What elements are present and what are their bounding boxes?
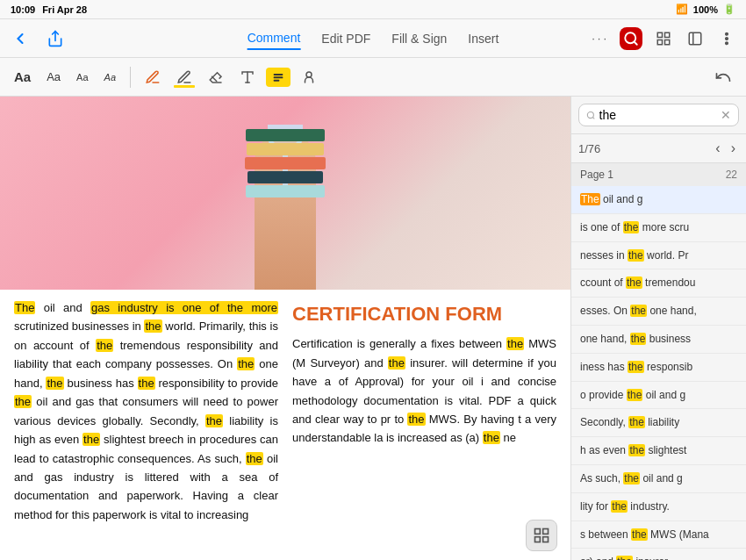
three-dots-top: ··· <box>592 32 609 45</box>
search-page-header: Page 1 22 <box>571 163 746 186</box>
result-item-11[interactable]: lity for the industry. <box>571 493 746 521</box>
result-item-7[interactable]: o provide the oil and g <box>571 382 746 410</box>
result-highlight-4: the <box>630 305 647 317</box>
search-page-label: Page 1 <box>580 169 613 181</box>
eraser-tool-btn[interactable] <box>203 66 229 89</box>
result-item-4[interactable]: esses. On the one hand, <box>571 298 746 326</box>
doc-col-right: CERTIFICATION FORM Certification is gene… <box>292 298 556 551</box>
search-clear-btn[interactable]: ✕ <box>721 108 731 122</box>
result-highlight-8: the <box>628 416 645 428</box>
tab-edit-pdf[interactable]: Edit PDF <box>321 28 370 49</box>
result-highlight-0: The <box>580 193 600 205</box>
search-panel: ✕ 1/76 ‹ › Page 1 22 The oil and g is on… <box>570 97 746 560</box>
document-area[interactable]: The oil and gas industry is one of the m… <box>0 97 570 560</box>
highlight-the-3: the <box>96 339 113 352</box>
search-results-list[interactable]: The oil and g is one of the more scru ne… <box>571 186 746 560</box>
result-highlight-1: the <box>623 221 640 233</box>
result-item-10[interactable]: As such, the oil and g <box>571 465 746 493</box>
pen-tool-btn[interactable] <box>140 66 166 89</box>
result-item-8[interactable]: Secondly, the liability <box>571 409 746 437</box>
highlight-the-10: the <box>246 452 263 465</box>
result-item-9[interactable]: h as even the slightest <box>571 437 746 465</box>
result-highlight-10: the <box>623 472 640 485</box>
toolbar-sep-1 <box>130 67 131 88</box>
search-navigation: ‹ › <box>712 139 739 158</box>
highlight-yellow-btn[interactable] <box>266 68 291 87</box>
font-btn-2[interactable]: Aa <box>41 67 66 87</box>
result-item-3[interactable]: ccount of the tremendou <box>571 269 746 298</box>
result-highlight-3: the <box>626 276 642 289</box>
highlight-the-8: the <box>205 414 223 427</box>
result-item-1[interactable]: is one of the more scru <box>571 214 746 242</box>
main-area: The oil and gas industry is one of the m… <box>0 97 746 560</box>
svg-rect-20 <box>535 529 541 535</box>
svg-rect-21 <box>543 529 549 535</box>
result-highlight-2: the <box>628 249 644 262</box>
result-item-6[interactable]: iness has the responsib <box>571 354 746 382</box>
highlight-the-4: the <box>237 357 255 370</box>
svg-rect-16 <box>274 79 280 81</box>
undo-button[interactable] <box>709 65 737 90</box>
highlight-the-1: The <box>14 301 35 314</box>
result-item-0[interactable]: The oil and g <box>571 186 746 214</box>
status-battery: 100% <box>693 4 718 15</box>
result-item-5[interactable]: one hand, the business <box>571 326 746 354</box>
text-tool-btn[interactable] <box>234 66 261 89</box>
status-bar: 10:09 Fri Apr 28 📶 100% 🔋 <box>0 0 746 19</box>
search-next-btn[interactable]: › <box>728 139 739 158</box>
highlight-gas: gas industry is one of the more <box>90 301 278 314</box>
nav-tabs: Comment Edit PDF Fill & Sign Insert <box>247 27 499 50</box>
svg-rect-3 <box>657 32 662 37</box>
back-button[interactable] <box>9 27 32 50</box>
status-time: 10:09 <box>11 4 35 15</box>
sidebar-button[interactable] <box>685 28 706 49</box>
grid-button[interactable] <box>653 28 674 49</box>
highlight-the-5: the <box>46 377 63 390</box>
more-button[interactable] <box>716 28 737 49</box>
highlight-the-r1: the <box>506 337 524 350</box>
font-btn-3[interactable]: Aa <box>71 68 93 86</box>
search-count: 1/76 <box>578 142 600 155</box>
font-btn-4[interactable]: Aa <box>99 68 121 86</box>
doc-header-image <box>0 97 570 290</box>
search-icon-small <box>586 110 596 121</box>
result-highlight-12: the <box>631 528 648 541</box>
tab-insert[interactable]: Insert <box>468 28 499 49</box>
svg-point-10 <box>726 37 728 39</box>
svg-rect-7 <box>689 32 701 45</box>
svg-point-9 <box>726 32 728 34</box>
result-item-12[interactable]: s between the MWS (Mana <box>571 521 746 549</box>
search-button[interactable] <box>620 27 642 50</box>
result-item-2[interactable]: nesses in the world. Pr <box>571 242 746 270</box>
status-wifi: 📶 <box>676 4 688 15</box>
search-input[interactable] <box>599 108 717 122</box>
floating-action-btn[interactable] <box>526 520 557 551</box>
nav-bar: Comment Edit PDF Fill & Sign Insert ··· <box>0 19 746 58</box>
stamp-tool-btn[interactable] <box>296 66 322 89</box>
font-btn-1[interactable]: Aa <box>9 66 36 88</box>
result-item-13[interactable]: or) and the insurer. <box>571 549 746 560</box>
svg-point-18 <box>587 111 593 118</box>
svg-point-17 <box>306 72 312 77</box>
highlight-the-2: the <box>144 319 161 333</box>
result-highlight-13: the <box>616 556 633 560</box>
highlight-the-r3: the <box>407 413 425 426</box>
status-day: Fri Apr 28 <box>42 4 87 15</box>
svg-rect-22 <box>535 537 541 542</box>
svg-rect-23 <box>543 537 549 542</box>
doc-page: The oil and gas industry is one of the m… <box>0 97 570 560</box>
cert-title: CERTIFICATION FORM <box>292 298 556 329</box>
svg-rect-5 <box>657 39 662 44</box>
highlight-tool-btn[interactable] <box>171 66 197 89</box>
share-button[interactable] <box>44 27 67 50</box>
tab-comment[interactable]: Comment <box>247 27 301 50</box>
search-prev-btn[interactable]: ‹ <box>712 139 723 158</box>
svg-rect-6 <box>665 39 670 44</box>
search-page-count: 22 <box>726 169 737 181</box>
tab-fill-sign[interactable]: Fill & Sign <box>391 28 447 49</box>
result-highlight-6: the <box>628 361 644 373</box>
svg-rect-15 <box>274 76 283 78</box>
highlight-the-7: the <box>14 395 32 408</box>
highlight-the-6: the <box>138 377 155 390</box>
battery-icon: 🔋 <box>723 4 735 15</box>
